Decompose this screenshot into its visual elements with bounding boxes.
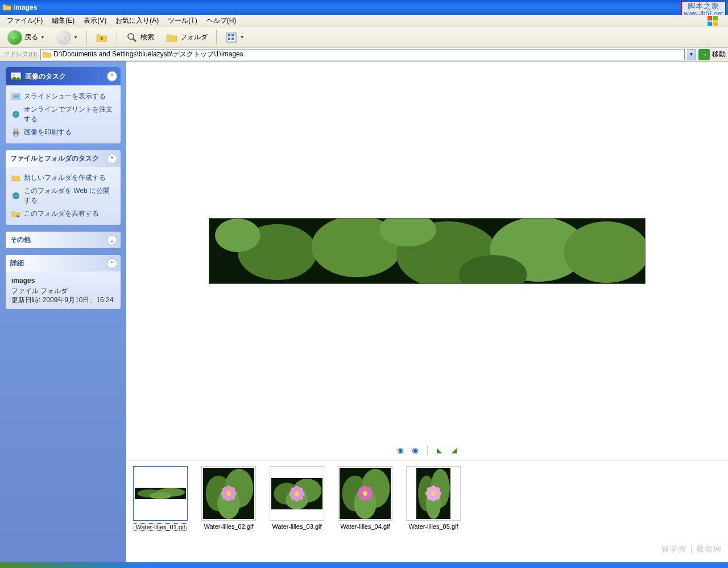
separator — [86, 30, 87, 45]
prev-image-button[interactable]: ◉ — [395, 445, 406, 455]
content-area: ◉ ◉ ◣ ◢ Water-lilies_01.gifWater-lilies_… — [126, 61, 728, 562]
svg-rect-3 — [713, 22, 718, 26]
menu-edit[interactable]: 編集(E) — [47, 15, 79, 27]
other-header[interactable]: その他 ⌄ — [6, 232, 121, 248]
rotate-ccw-button[interactable]: ◣ — [435, 445, 445, 455]
chevron-down-icon: ▼ — [240, 35, 245, 40]
folder-up-icon — [96, 31, 108, 44]
svg-rect-1 — [713, 16, 718, 20]
image-tasks-panel: 画像のタスク ⌃ スライドショーを表示する オンラインでプリントを注文する 画像… — [6, 67, 121, 143]
task-link-label: 画像を印刷する — [24, 127, 72, 137]
task-share[interactable]: このフォルダを共有する — [11, 207, 115, 220]
back-arrow-icon: ← — [7, 30, 22, 45]
globe-icon — [11, 110, 20, 119]
svg-rect-2 — [708, 22, 712, 26]
svg-point-26 — [564, 221, 646, 283]
address-input[interactable] — [53, 51, 683, 59]
up-button[interactable] — [92, 30, 112, 46]
image-tasks-body: スライドショーを表示する オンラインでプリントを注文する 画像を印刷する — [6, 85, 121, 143]
svg-rect-9 — [228, 38, 230, 40]
thumbnail-item[interactable]: Water-lilies_03.gif — [268, 466, 325, 530]
menu-view[interactable]: 表示(V) — [79, 15, 111, 27]
thumbnail-image — [338, 466, 392, 521]
folder-tasks-header[interactable]: ファイルとフォルダのタスク ⌃ — [6, 150, 121, 167]
filmstrip-controls: ◉ ◉ ◣ ◢ — [126, 441, 728, 460]
go-button[interactable]: → — [698, 49, 710, 60]
thumbnail-item[interactable]: Water-lilies_02.gif — [200, 466, 257, 530]
thumbnail-label: Water-lilies_04.gif — [340, 523, 390, 530]
sidebar: 画像のタスク ⌃ スライドショーを表示する オンラインでプリントを注文する 画像… — [0, 61, 126, 562]
rotate-cw-button[interactable]: ◢ — [449, 445, 460, 455]
thumbnail-label: Water-lilies_02.gif — [204, 523, 253, 530]
thumbnail-item[interactable]: Water-lilies_05.gif — [405, 466, 462, 530]
details-header[interactable]: 詳細 ⌃ — [6, 255, 121, 271]
search-button[interactable]: 検索 — [122, 30, 158, 46]
svg-point-51 — [295, 491, 299, 496]
details-body: images ファイル フォルダ 更新日時: 2009年9月10日、16:24 — [6, 271, 121, 309]
svg-point-12 — [13, 74, 15, 76]
slideshow-icon — [11, 92, 20, 101]
svg-point-20 — [16, 215, 19, 217]
collapse-icon[interactable]: ⌃ — [107, 258, 117, 269]
views-icon — [225, 31, 238, 44]
views-button[interactable]: ▼ — [221, 30, 249, 46]
task-print[interactable]: 画像を印刷する — [11, 126, 115, 139]
search-icon — [126, 31, 138, 44]
address-dropdown[interactable]: ▼ — [687, 49, 696, 60]
windows-logo-icon — [702, 16, 725, 26]
thumbnail-image — [270, 466, 324, 521]
task-new-folder[interactable]: 新しいフォルダを作成する — [11, 171, 115, 184]
addressbar: アドレス(D) ▼ → 移動 — [0, 48, 728, 61]
collapse-icon[interactable]: ⌃ — [107, 154, 117, 164]
back-button[interactable]: ← 戻る ▼ — [3, 28, 49, 47]
task-order-prints[interactable]: オンラインでプリントを注文する — [11, 103, 115, 126]
details-title: 詳細 — [10, 258, 24, 268]
menu-favorites[interactable]: お気に入り(A) — [111, 15, 163, 27]
folder-icon — [2, 3, 11, 12]
svg-rect-17 — [14, 129, 18, 131]
collapse-icon[interactable]: ⌃ — [107, 71, 117, 81]
folders-button[interactable]: フォルダ — [162, 30, 212, 46]
forward-arrow-icon: → — [56, 30, 71, 45]
task-link-label: このフォルダを共有する — [24, 209, 99, 219]
image-tasks-title: 画像のタスク — [25, 72, 66, 81]
next-image-button[interactable]: ◉ — [410, 445, 420, 455]
thumbnail-image — [406, 466, 461, 521]
menu-help[interactable]: ヘルプ(H) — [202, 15, 241, 27]
svg-rect-18 — [14, 134, 18, 136]
menu-file[interactable]: ファイル(F) — [2, 15, 47, 27]
image-tasks-header[interactable]: 画像のタスク ⌃ — [6, 67, 121, 85]
expand-icon[interactable]: ⌄ — [107, 235, 117, 245]
folders-icon — [166, 31, 178, 44]
new-folder-icon — [11, 174, 20, 183]
chevron-down-icon: ▼ — [73, 35, 78, 40]
thumbnail-item[interactable]: Water-lilies_04.gif — [337, 466, 394, 530]
menu-tools[interactable]: ツール(T) — [163, 15, 201, 27]
other-panel: その他 ⌄ — [6, 232, 121, 248]
go-label: 移動 — [712, 50, 726, 59]
taskbar — [0, 562, 728, 568]
svg-point-4 — [128, 34, 134, 39]
globe-icon — [11, 191, 20, 200]
address-input-wrap[interactable] — [40, 49, 685, 60]
search-label: 検索 — [140, 32, 154, 42]
svg-rect-14 — [13, 94, 19, 98]
titlebar: images — [0, 0, 728, 15]
chevron-down-icon: ▼ — [40, 35, 45, 40]
folder-tasks-body: 新しいフォルダを作成する このフォルダを Web に公開する このフォルダを共有… — [6, 167, 121, 225]
thumbnail-item[interactable]: Water-lilies_01.gif — [132, 466, 189, 531]
svg-rect-10 — [231, 38, 234, 40]
task-link-label: スライドショーを表示する — [24, 92, 106, 101]
forward-button[interactable]: → ▼ — [52, 28, 82, 47]
preview-area — [126, 61, 728, 441]
svg-point-27 — [215, 219, 260, 252]
thumbnail-label: Water-lilies_01.gif — [134, 523, 187, 531]
svg-point-69 — [431, 491, 436, 496]
thumbnail-label: Water-lilies_05.gif — [408, 523, 458, 530]
details-name: images — [11, 276, 115, 285]
task-publish-web[interactable]: このフォルダを Web に公開する — [11, 184, 115, 207]
thumbnail-image — [133, 466, 188, 521]
folders-label: フォルダ — [180, 32, 208, 42]
separator — [427, 446, 428, 455]
task-slideshow[interactable]: スライドショーを表示する — [11, 90, 115, 103]
